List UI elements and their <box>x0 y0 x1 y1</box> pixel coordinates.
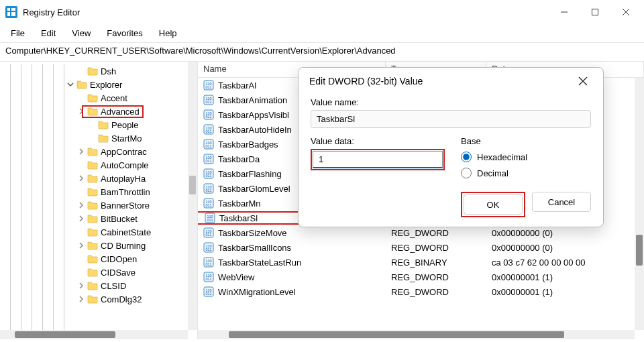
svg-text:011: 011 <box>205 188 211 192</box>
value-name: TaskbarStateLastRun <box>218 258 301 268</box>
tree-item[interactable]: BannerStore <box>0 198 188 212</box>
tree-item[interactable]: BitBucket <box>0 212 188 225</box>
chevron-right-icon[interactable] <box>76 241 86 250</box>
dialog-close-button[interactable] <box>574 72 592 91</box>
valuename-field[interactable] <box>311 110 591 128</box>
value-data: 0x00000001 (1) <box>486 272 635 282</box>
tree-item-label: AppContrac <box>101 147 147 157</box>
list-horizontal-scrollbar[interactable] <box>198 330 635 339</box>
value-type: REG_DWORD <box>386 228 486 238</box>
dword-icon: 110011 <box>203 80 214 91</box>
list-row[interactable]: 110011TaskbarSmallIconsREG_DWORD0x000000… <box>198 240 635 255</box>
svg-text:011: 011 <box>205 277 211 281</box>
tree-item[interactable]: AppContrac <box>0 145 188 158</box>
tree-item[interactable]: People <box>0 118 188 131</box>
tree-item[interactable]: StartMo <box>0 131 188 145</box>
minimize-button[interactable] <box>549 3 580 21</box>
dword-icon: 110011 <box>203 124 214 135</box>
ok-button[interactable]: OK <box>464 194 523 215</box>
tree-item[interactable]: Advanced <box>0 105 188 118</box>
tree-item-label: People <box>111 120 138 130</box>
tree-item[interactable]: CIDSave <box>0 266 188 279</box>
chevron-down-icon[interactable] <box>66 80 75 89</box>
chevron-right-icon[interactable] <box>76 281 86 290</box>
menu-file[interactable]: File <box>3 25 33 41</box>
list-row[interactable]: 110011WinXMigrationLevelREG_DWORD0x00000… <box>198 284 635 299</box>
dword-icon: 110011 <box>203 257 214 268</box>
tree-item[interactable]: AutoplayHa <box>0 172 188 185</box>
value-name: TaskbarGlomLevel <box>218 184 290 194</box>
base-label: Base <box>461 136 591 146</box>
svg-text:011: 011 <box>205 85 211 89</box>
folder-icon <box>98 133 109 143</box>
address-bar[interactable]: Computer\HKEY_CURRENT_USER\Software\Micr… <box>0 43 644 62</box>
tree-item-label: CD Burning <box>101 241 146 251</box>
value-name: TaskbarMn <box>218 198 261 209</box>
tree-item[interactable]: CIDOpen <box>0 252 188 266</box>
list-row[interactable]: 110011TaskbarSizeMoveREG_DWORD0x00000000… <box>198 225 635 240</box>
tree-item[interactable]: Dsh <box>0 64 188 78</box>
dword-icon: 110011 <box>203 168 214 179</box>
tree-item[interactable]: Accent <box>0 91 188 105</box>
folder-icon <box>87 214 98 223</box>
tree-item-label: BitBucket <box>101 214 138 224</box>
tree-pane: DshExplorerAccentAdvancedPeopleStartMoAp… <box>0 62 198 339</box>
svg-text:011: 011 <box>205 174 211 178</box>
tree-item[interactable]: ComDlg32 <box>0 292 188 306</box>
chevron-right-icon[interactable] <box>76 174 86 183</box>
chevron-right-icon[interactable] <box>76 214 86 223</box>
menubar: File Edit View Favorites Help <box>0 24 644 43</box>
menu-view[interactable]: View <box>64 25 99 41</box>
radio-decimal[interactable]: Decimal <box>461 168 591 178</box>
spacer <box>87 133 97 143</box>
list-row[interactable]: 110011WebViewREG_DWORD0x00000001 (1) <box>198 270 635 284</box>
dword-icon: 110011 <box>203 183 214 194</box>
tree-item-label: CLSID <box>101 281 126 291</box>
tree-item[interactable]: CabinetState <box>0 225 188 239</box>
cancel-button[interactable]: Cancel <box>532 192 591 212</box>
tree-item-label: StartMo <box>111 133 142 144</box>
chevron-right-icon[interactable] <box>76 147 86 156</box>
list-vertical-scrollbar[interactable] <box>635 78 644 330</box>
folder-icon <box>76 80 87 89</box>
value-name: TaskbarAutoHideIn <box>218 125 292 135</box>
tree-item-label: AutoplayHa <box>101 174 146 184</box>
tree-item-label: BamThrottlin <box>101 187 150 197</box>
folder-icon <box>87 147 98 156</box>
tree-item-label: Accent <box>101 93 127 103</box>
tree-item-label: Dsh <box>101 66 116 76</box>
tree-vertical-scrollbar[interactable] <box>188 62 197 330</box>
folder-icon <box>87 268 98 277</box>
radio-hexadecimal[interactable]: Hexadecimal <box>461 152 591 162</box>
tree-item[interactable]: AutoComple <box>0 158 188 172</box>
tree-item[interactable]: BamThrottlin <box>0 185 188 198</box>
tree-item[interactable]: Explorer <box>0 78 188 91</box>
svg-rect-2 <box>11 8 15 11</box>
valuename-label: Value name: <box>311 97 591 107</box>
tree-item[interactable]: CLSID <box>0 279 188 292</box>
maximize-button[interactable] <box>580 3 610 21</box>
dword-icon: 110011 <box>205 213 215 223</box>
menu-edit[interactable]: Edit <box>33 25 64 41</box>
value-name: TaskbarAnimation <box>218 95 287 105</box>
tree-item[interactable]: CD Burning <box>0 239 188 252</box>
close-button[interactable] <box>610 3 641 21</box>
folder-icon <box>87 160 98 170</box>
value-data: 0x00000001 (1) <box>486 287 635 297</box>
chevron-right-icon[interactable] <box>76 294 86 304</box>
svg-text:011: 011 <box>205 247 211 251</box>
menu-favorites[interactable]: Favorites <box>99 25 150 41</box>
tree-horizontal-scrollbar[interactable] <box>0 330 188 339</box>
svg-text:011: 011 <box>205 262 211 266</box>
spacer <box>76 268 86 277</box>
spacer <box>76 254 86 264</box>
dialog-title: Edit DWORD (32-bit) Value <box>309 76 423 87</box>
list-row[interactable]: 110011TaskbarStateLastRunREG_BINARYca 03… <box>198 255 635 270</box>
menu-help[interactable]: Help <box>151 25 185 41</box>
folder-icon <box>87 174 98 183</box>
dword-icon: 110011 <box>203 286 214 297</box>
dword-icon: 110011 <box>203 242 214 253</box>
svg-text:011: 011 <box>205 203 211 207</box>
valuedata-field[interactable] <box>313 151 443 168</box>
chevron-right-icon[interactable] <box>76 201 86 210</box>
